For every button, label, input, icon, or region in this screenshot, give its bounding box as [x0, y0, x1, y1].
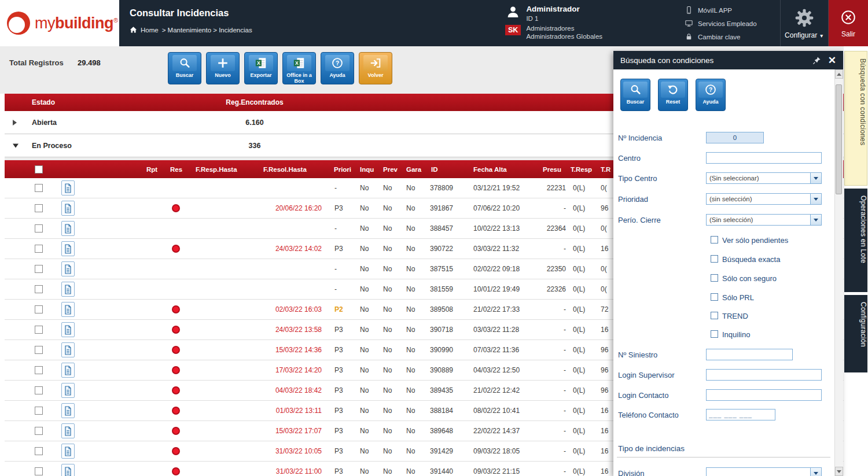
open-incident-button[interactable]	[61, 342, 75, 357]
row-checkbox[interactable]	[35, 184, 43, 192]
cell-inqu: No	[360, 204, 378, 212]
row-checkbox[interactable]	[35, 326, 43, 334]
solo-prl-checkbox[interactable]	[711, 293, 718, 301]
column-header-res[interactable]: Res	[170, 166, 182, 173]
row-checkbox[interactable]	[35, 366, 43, 374]
column-header-estado[interactable]: Estado	[32, 98, 55, 106]
panel-ayuda-button[interactable]: ?Ayuda	[696, 79, 726, 111]
inquilino-checkbox[interactable]	[711, 330, 718, 338]
column-header-presu[interactable]: Presu	[543, 166, 561, 173]
column-header-rpt[interactable]: Rpt	[146, 166, 157, 173]
close-icon[interactable]: ✕	[828, 56, 836, 65]
telefono-contacto-input[interactable]	[706, 409, 775, 420]
division-select[interactable]	[706, 467, 822, 476]
open-incident-button[interactable]	[61, 403, 75, 418]
column-header-tresp[interactable]: T.Resp	[571, 166, 592, 173]
expand-arrow-icon[interactable]	[13, 120, 17, 126]
buscar-button[interactable]: Buscar	[168, 52, 201, 84]
open-incident-button[interactable]	[61, 282, 75, 297]
row-checkbox[interactable]	[35, 245, 43, 253]
open-incident-button[interactable]	[61, 221, 75, 236]
chevron-down-icon[interactable]	[810, 194, 821, 204]
cell-presu: 22364	[538, 224, 566, 233]
row-checkbox[interactable]	[35, 305, 43, 313]
open-incident-button[interactable]	[61, 444, 75, 459]
siniestro-input[interactable]	[706, 349, 793, 360]
column-header-gara[interactable]: Gara	[406, 166, 421, 173]
open-incident-button[interactable]	[61, 322, 75, 337]
collapse-arrow-icon[interactable]	[13, 143, 19, 147]
chevron-down-icon[interactable]	[810, 215, 821, 225]
prioridad-select[interactable]: (sin selección)	[706, 193, 822, 205]
user-initials-badge[interactable]: SK	[505, 25, 521, 35]
field-login-contacto: Login Contacto	[613, 389, 843, 402]
salir-button[interactable]: Salir	[829, 0, 868, 46]
login-contacto-input[interactable]	[706, 389, 822, 401]
ayuda-button[interactable]: ?Ayuda	[321, 52, 354, 84]
row-checkbox[interactable]	[35, 427, 43, 435]
column-header-fresp[interactable]: F.Resp.Hasta	[196, 166, 237, 173]
open-incident-button[interactable]	[61, 261, 75, 276]
panel-buscar-button[interactable]: Buscar	[620, 79, 650, 111]
row-checkbox[interactable]	[35, 467, 43, 475]
open-incident-button[interactable]	[61, 363, 75, 378]
open-incident-button[interactable]	[61, 180, 75, 195]
row-checkbox[interactable]	[35, 204, 43, 212]
open-incident-button[interactable]	[61, 423, 75, 438]
column-header-id[interactable]: ID	[431, 166, 438, 173]
row-checkbox[interactable]	[35, 407, 43, 415]
column-header-fecha[interactable]: Fecha Alta	[473, 166, 507, 173]
ver-solo-pendientes-checkbox[interactable]	[711, 236, 718, 243]
solo-con-seguro-checkbox[interactable]	[711, 274, 718, 282]
column-header-prev[interactable]: Prev	[383, 166, 398, 173]
login-supervisor-input[interactable]	[706, 369, 822, 381]
office-in-a-box-button[interactable]: XOffice in a Box	[282, 52, 316, 84]
column-header-prio[interactable]: Priori	[334, 166, 351, 173]
mobile-app-link[interactable]: MóviIL APP	[685, 3, 780, 17]
busqueda-exacta-checkbox[interactable]	[711, 255, 718, 263]
side-tab-configuracion[interactable]: Configuración	[844, 295, 867, 372]
open-incident-button[interactable]	[61, 383, 75, 398]
app-logo[interactable]: mybuilding®	[0, 0, 119, 46]
perio-cierre-select[interactable]: (Sin selección)	[706, 214, 822, 226]
cell-tresp: 0(L)	[573, 285, 599, 293]
chevron-down-icon[interactable]	[810, 468, 821, 476]
exportar-button[interactable]: XExportar	[244, 52, 278, 84]
row-checkbox[interactable]	[35, 285, 43, 293]
triangle-up-icon	[837, 73, 841, 76]
centro-input[interactable]	[706, 152, 822, 164]
side-tab-busqueda-con-condiciones[interactable]: Búsqueda con condiciones	[844, 51, 867, 186]
open-incident-button[interactable]	[61, 302, 75, 317]
search-conditions-panel: Búsqueda con condiciones ✕ BuscarReset?A…	[613, 51, 843, 476]
incidencia-input[interactable]	[706, 132, 764, 143]
column-header-tr[interactable]: T.R	[601, 166, 610, 173]
open-incident-button[interactable]	[61, 464, 75, 476]
breadcrumb[interactable]: Home > Mantenimiento > Incidencias	[130, 26, 505, 34]
cell-fresol: 24/03/22 14:02	[255, 245, 322, 253]
pin-icon[interactable]	[812, 56, 821, 65]
row-checkbox[interactable]	[35, 346, 43, 354]
trend-checkbox[interactable]	[711, 312, 718, 319]
tipo-centro-select[interactable]: (Sin seleccionar)	[706, 172, 822, 184]
cambiar-clave-link[interactable]: Cambiar clave	[685, 30, 780, 43]
side-tab-operaciones-en-lote[interactable]: Operaciones en Lote	[844, 189, 867, 292]
open-incident-button[interactable]	[61, 241, 75, 256]
column-header-inqu[interactable]: Inqu	[360, 166, 374, 173]
scroll-down-button[interactable]	[835, 467, 843, 476]
row-checkbox[interactable]	[35, 447, 43, 455]
column-header-fresol[interactable]: F.Resol.Hasta	[263, 166, 307, 173]
row-checkbox[interactable]	[35, 386, 43, 394]
chevron-down-icon[interactable]	[810, 173, 821, 183]
panel-reset-button[interactable]: Reset	[658, 79, 688, 111]
configurar-button[interactable]: Configurar ▼	[780, 0, 829, 46]
row-checkbox[interactable]	[35, 265, 43, 273]
select-all-checkbox[interactable]	[35, 165, 43, 174]
column-header-reg-encontrados[interactable]: Reg.Encontrados	[208, 98, 301, 106]
servicios-empleado-link[interactable]: Servicios Empleado	[685, 17, 780, 30]
nuevo-button[interactable]: Nuevo	[206, 52, 240, 84]
row-checkbox[interactable]	[35, 224, 43, 233]
breadcrumb-home[interactable]: Home	[141, 27, 159, 34]
open-incident-button[interactable]	[61, 201, 75, 216]
scroll-up-button[interactable]	[835, 69, 843, 79]
volver-button[interactable]: Volver	[359, 52, 392, 84]
